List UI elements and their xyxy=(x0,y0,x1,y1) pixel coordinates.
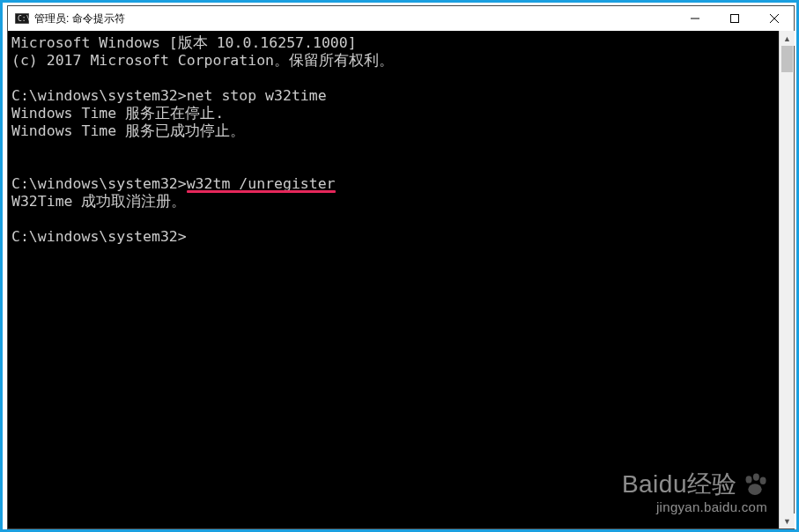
console-line: Windows Time 服务正在停止. xyxy=(11,105,779,122)
console-line xyxy=(11,158,779,175)
window-controls xyxy=(675,6,794,31)
console-output[interactable]: Microsoft Windows [版本 10.0.16257.1000](c… xyxy=(8,31,779,528)
scroll-thumb[interactable] xyxy=(781,46,793,72)
console-line: W32Time 成功取消注册。 xyxy=(11,193,779,211)
titlebar[interactable]: C:\ 管理员: 命令提示符 xyxy=(8,6,794,31)
console-line: C:\windows\system32>net stop w32time xyxy=(11,87,779,105)
svg-rect-3 xyxy=(730,15,738,23)
window-title: 管理员: 命令提示符 xyxy=(34,11,125,26)
console-line: C:\windows\system32> xyxy=(11,228,779,246)
vertical-scrollbar[interactable]: ▲ ▼ xyxy=(779,31,794,528)
console-area: Microsoft Windows [版本 10.0.16257.1000](c… xyxy=(8,31,794,528)
highlight-underline xyxy=(187,190,336,193)
console-line: (c) 2017 Microsoft Corporation。保留所有权利。 xyxy=(11,52,779,70)
console-line xyxy=(11,70,779,87)
scroll-down-arrow[interactable]: ▼ xyxy=(780,514,795,528)
console-line xyxy=(11,140,779,158)
cmd-icon: C:\ xyxy=(15,12,29,25)
console-line xyxy=(11,211,779,228)
scroll-up-arrow[interactable]: ▲ xyxy=(780,31,795,46)
maximize-button[interactable] xyxy=(714,6,754,31)
console-line: Microsoft Windows [版本 10.0.16257.1000] xyxy=(11,34,779,52)
command-prompt-window: C:\ 管理员: 命令提示符 Microsoft Windows [版本 10.… xyxy=(7,5,795,529)
minimize-button[interactable] xyxy=(675,6,714,31)
screenshot-border: C:\ 管理员: 命令提示符 Microsoft Windows [版本 10.… xyxy=(0,0,799,532)
close-button[interactable] xyxy=(754,6,794,31)
svg-text:C:\: C:\ xyxy=(18,15,29,23)
console-line: Windows Time 服务已成功停止。 xyxy=(11,122,779,140)
console-line: C:\windows\system32>w32tm /unregister xyxy=(11,175,779,193)
